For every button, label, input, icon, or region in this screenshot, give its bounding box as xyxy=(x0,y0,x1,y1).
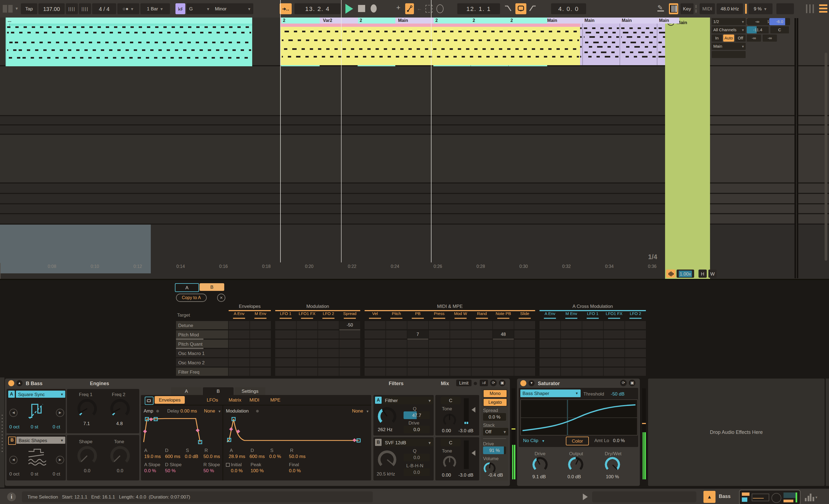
tab-settings[interactable]: Settings xyxy=(235,387,265,395)
mix-a-pan[interactable]: C xyxy=(441,397,461,404)
matrix-cell[interactable] xyxy=(450,349,471,357)
matrix-cell[interactable] xyxy=(582,367,603,376)
matrix-cell[interactable] xyxy=(471,340,492,348)
filter-b-q[interactable]: 0.0 xyxy=(403,454,430,461)
track-lane-drone[interactable] xyxy=(0,116,665,125)
amp-a-slope[interactable]: 0.0 % xyxy=(144,468,156,473)
mix-b-out[interactable]: -3.0 dB xyxy=(458,472,473,478)
matrix-cell[interactable] xyxy=(407,349,428,357)
mod-sustain[interactable]: 0.0 % xyxy=(269,454,281,459)
mix-a-out[interactable]: -3.0 dB xyxy=(458,428,473,433)
osc-a-next-icon[interactable]: ▶ xyxy=(56,409,64,417)
matrix-cell[interactable] xyxy=(625,330,646,339)
freq1-value[interactable]: 7.1 xyxy=(83,421,90,426)
amp-attack[interactable]: 19.0 ms xyxy=(144,454,161,459)
matrix-cell[interactable] xyxy=(604,358,624,366)
matrix-cell[interactable] xyxy=(429,367,449,376)
matrix-cell[interactable] xyxy=(318,321,339,329)
matrix-cell[interactable] xyxy=(471,367,492,376)
matrix-cell[interactable] xyxy=(561,321,582,329)
saturator-drywet-knob[interactable] xyxy=(605,457,620,472)
save-preset-icon[interactable]: ▣ xyxy=(499,380,506,386)
filter-a-badge[interactable]: A xyxy=(375,397,382,404)
osc-a-st[interactable]: 0 st xyxy=(31,424,38,429)
track-lane-bass[interactable]: ...22222 xyxy=(0,66,665,116)
matrix-row-label[interactable]: Osc Macro 1 xyxy=(176,349,228,357)
matrix-cell[interactable] xyxy=(450,367,471,376)
matrix-cell[interactable] xyxy=(386,340,407,348)
matrix-cell[interactable] xyxy=(429,358,449,366)
matrix-cell[interactable] xyxy=(471,321,492,329)
freq2-knob[interactable] xyxy=(110,399,130,419)
device-preview-thumbnail[interactable] xyxy=(739,490,800,504)
matrix-cell[interactable] xyxy=(297,349,318,357)
matrix-cell[interactable] xyxy=(386,349,407,357)
matrix-cell[interactable] xyxy=(429,349,449,357)
matrix-cell[interactable] xyxy=(604,367,624,376)
shape-value[interactable]: 0.0 xyxy=(84,468,91,473)
info-icon[interactable]: i xyxy=(7,493,16,501)
loop-button[interactable] xyxy=(515,3,526,14)
amp-r-slope[interactable]: 50 % xyxy=(204,468,214,473)
voice-volume[interactable]: -0.4 dB xyxy=(488,472,503,478)
matrix-column-header[interactable]: M Env xyxy=(250,311,271,316)
filter-a-q[interactable]: 47.7 xyxy=(403,412,430,419)
preview-play-icon[interactable] xyxy=(583,494,588,500)
saturator-title[interactable]: Saturator xyxy=(538,381,560,386)
track-name-block[interactable]: ▶Main xyxy=(665,17,710,279)
matrix-cell[interactable] xyxy=(625,358,646,366)
matrix-cell[interactable] xyxy=(250,358,271,366)
device-on-button[interactable] xyxy=(8,380,14,386)
matrix-cell[interactable] xyxy=(339,367,360,376)
perf-meter-icon[interactable]: ▼ xyxy=(805,493,817,501)
matrix-column-header[interactable]: Note PB xyxy=(493,311,514,316)
matrix-cell[interactable] xyxy=(540,358,560,366)
matrix-cell[interactable] xyxy=(339,340,360,348)
shape-knob[interactable] xyxy=(77,446,97,466)
osc-b-next-icon[interactable]: ▶ xyxy=(56,456,64,464)
matrix-cell[interactable] xyxy=(275,321,296,329)
matrix-cell[interactable] xyxy=(625,321,646,329)
matrix-cell[interactable] xyxy=(365,321,386,329)
matrix-cell[interactable] xyxy=(229,340,249,348)
matrix-column-header[interactable]: Vel xyxy=(365,311,386,316)
matrix-cell[interactable] xyxy=(297,330,318,339)
matrix-cell[interactable] xyxy=(386,321,407,329)
stack-menu[interactable]: Off▼ xyxy=(483,428,508,435)
midi-map-button[interactable]: MIDI xyxy=(699,3,715,14)
limit-button[interactable]: Limit xyxy=(456,380,471,386)
osc-a-wave-menu[interactable]: Square Sync▼ xyxy=(16,391,65,398)
matrix-cell[interactable] xyxy=(275,367,296,376)
scale-mode-icon[interactable]: ♭♯ xyxy=(175,3,185,14)
matrix-cell[interactable] xyxy=(297,340,318,348)
amp-release[interactable]: 50.0 ms xyxy=(204,454,220,459)
arrangement-position-field[interactable]: 13. 2. 4 xyxy=(294,3,340,14)
matrix-cell[interactable] xyxy=(493,349,514,357)
mix-a-tone[interactable]: 0.00 xyxy=(442,428,451,433)
osc-a-ct[interactable]: 0 ct xyxy=(52,424,60,429)
matrix-cell[interactable] xyxy=(514,358,535,366)
track-lane-breverb[interactable] xyxy=(0,204,665,214)
matrix-cell[interactable] xyxy=(450,340,471,348)
filter-a-freq-knob[interactable] xyxy=(378,407,396,426)
matrix-row-label[interactable]: Pitch Mod xyxy=(176,330,228,339)
re-enable-automation-icon[interactable]: ← xyxy=(417,5,422,11)
matrix-cell[interactable] xyxy=(229,349,249,357)
time-ruler[interactable]: 0:080:100:120:140:160:180:200:220:240:26… xyxy=(0,263,665,271)
color-button[interactable]: Color xyxy=(566,437,589,445)
saturator-collapse-icon[interactable]: ▼ xyxy=(529,380,535,386)
track-lane-keys[interactable] xyxy=(0,184,665,194)
matrix-cell[interactable] xyxy=(582,321,603,329)
session-record-button[interactable] xyxy=(436,4,443,13)
track-lane-adelay[interactable] xyxy=(0,194,665,204)
matrix-cell[interactable] xyxy=(339,330,360,339)
matrix-cell[interactable] xyxy=(514,340,535,348)
matrix-cell[interactable] xyxy=(540,349,560,357)
matrix-cell[interactable] xyxy=(297,321,318,329)
threshold-value[interactable]: -50 dB xyxy=(611,391,624,397)
track-lane-melody[interactable] xyxy=(0,135,665,184)
matrix-cell[interactable] xyxy=(365,340,386,348)
matrix-cell[interactable]: -50 xyxy=(339,321,360,330)
matrix-cell[interactable] xyxy=(471,349,492,357)
shaper-curve-display[interactable] xyxy=(520,399,638,435)
